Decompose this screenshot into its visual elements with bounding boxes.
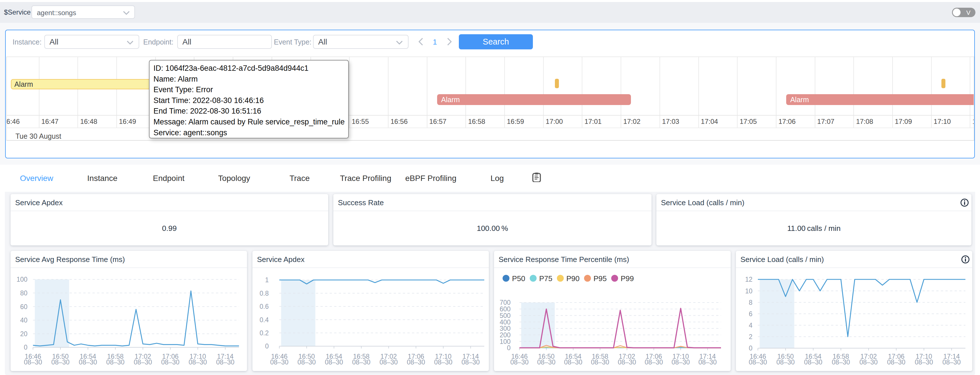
svg-text:2: 2	[749, 333, 752, 340]
svg-text:08–30: 08–30	[943, 358, 961, 366]
svg-text:08–30: 08–30	[24, 358, 42, 366]
svg-text:0.2: 0.2	[259, 329, 269, 337]
svg-text:08–30: 08–30	[379, 358, 398, 366]
svg-text:400: 400	[500, 318, 511, 326]
svg-text:08–30: 08–30	[915, 358, 933, 366]
svg-text:08–30: 08–30	[134, 358, 152, 366]
svg-text:600: 600	[500, 305, 511, 313]
svg-text:08–30: 08–30	[51, 358, 70, 366]
svg-text:08–30: 08–30	[352, 358, 371, 366]
svg-text:0: 0	[24, 343, 27, 351]
svg-text:0: 0	[749, 345, 752, 352]
svg-text:08–30: 08–30	[270, 358, 288, 366]
svg-text:20: 20	[20, 330, 27, 338]
svg-text:08–30: 08–30	[887, 358, 905, 366]
svg-text:10: 10	[745, 287, 752, 295]
svg-text:08–30: 08–30	[859, 358, 878, 366]
svg-text:12: 12	[745, 276, 752, 283]
svg-text:08–30: 08–30	[645, 358, 663, 366]
svg-text:08–30: 08–30	[591, 358, 609, 366]
svg-text:08–30: 08–30	[298, 358, 316, 366]
svg-text:08–30: 08–30	[189, 358, 207, 366]
svg-text:08–30: 08–30	[564, 358, 582, 366]
svg-text:08–30: 08–30	[161, 358, 180, 366]
svg-text:08–30: 08–30	[510, 358, 528, 366]
svg-text:08–30: 08–30	[325, 358, 343, 366]
svg-text:08–30: 08–30	[107, 358, 125, 366]
svg-text:60: 60	[20, 303, 27, 310]
svg-text:08–30: 08–30	[776, 358, 795, 366]
svg-text:4: 4	[749, 322, 752, 329]
svg-text:500: 500	[500, 312, 511, 320]
svg-text:08–30: 08–30	[804, 358, 822, 366]
svg-text:80: 80	[20, 290, 27, 297]
svg-text:700: 700	[500, 299, 511, 306]
svg-text:0: 0	[507, 344, 511, 351]
svg-text:40: 40	[20, 316, 27, 324]
svg-text:8: 8	[749, 299, 752, 306]
svg-text:08–30: 08–30	[671, 358, 690, 366]
svg-text:100: 100	[17, 276, 27, 283]
svg-text:0.4: 0.4	[259, 316, 269, 324]
svg-text:08–30: 08–30	[461, 358, 480, 366]
svg-text:08–30: 08–30	[832, 358, 850, 366]
svg-text:0: 0	[265, 342, 269, 350]
svg-text:08–30: 08–30	[618, 358, 636, 366]
svg-text:1: 1	[265, 276, 269, 284]
svg-text:08–30: 08–30	[749, 358, 767, 366]
svg-text:08–30: 08–30	[537, 358, 555, 366]
svg-text:08–30: 08–30	[79, 358, 97, 366]
svg-text:6: 6	[749, 310, 752, 318]
svg-text:08–30: 08–30	[407, 358, 425, 366]
svg-text:08–30: 08–30	[216, 358, 234, 366]
svg-text:0.6: 0.6	[259, 303, 269, 310]
svg-text:08–30: 08–30	[434, 358, 453, 366]
svg-text:100: 100	[500, 338, 511, 345]
svg-text:0.8: 0.8	[259, 290, 269, 297]
svg-text:300: 300	[500, 325, 511, 332]
svg-text:200: 200	[500, 331, 511, 339]
svg-text:08–30: 08–30	[698, 358, 717, 366]
